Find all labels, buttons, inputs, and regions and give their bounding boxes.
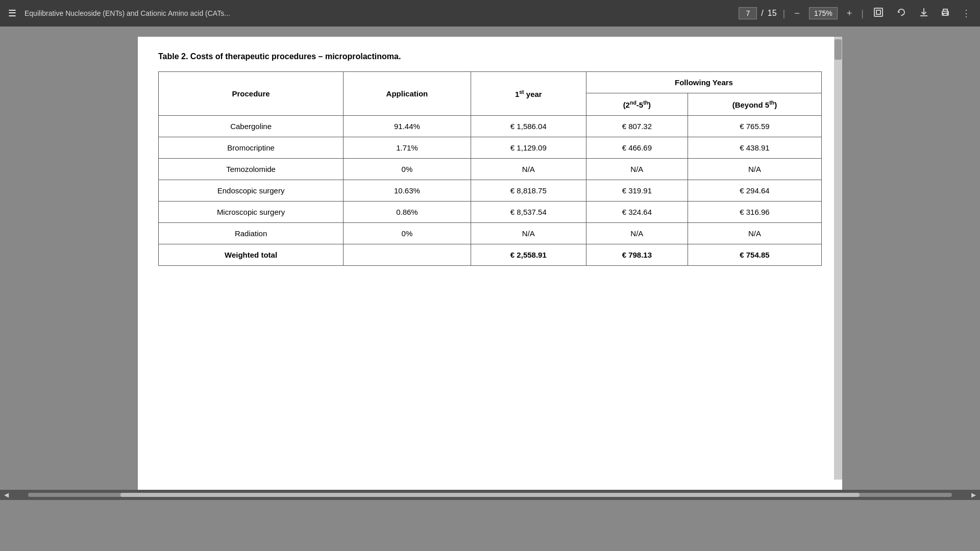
zoom-in-button[interactable]: + <box>844 6 855 21</box>
cell-first_year: € 1,129.09 <box>471 137 586 159</box>
separator-1: | <box>783 8 786 19</box>
cell-procedure: Endoscopic surgery <box>159 180 344 202</box>
table-title: Table 2. Costs of therapeutic procedures… <box>158 52 822 61</box>
cell-following_beyond: € 765.59 <box>688 116 821 137</box>
table-row: Endoscopic surgery10.63%€ 8,818.75€ 319.… <box>159 180 822 202</box>
scroll-right-arrow[interactable]: ▶ <box>967 491 980 498</box>
cell-procedure: Bromocriptine <box>159 137 344 159</box>
footer-beyond-5th: € 754.85 <box>688 244 821 266</box>
rotate-button[interactable] <box>893 5 910 22</box>
cell-following_beyond: N/A <box>688 223 821 244</box>
costs-table: Procedure Application 1st year Following… <box>158 71 822 266</box>
cell-following_2_5: € 807.32 <box>586 116 688 137</box>
cell-application: 0.86% <box>344 202 471 223</box>
print-button[interactable] <box>937 5 953 22</box>
cell-application: 0% <box>344 223 471 244</box>
cell-following_2_5: € 324.64 <box>586 202 688 223</box>
cell-application: 0% <box>344 159 471 180</box>
separator-2: | <box>861 8 864 19</box>
cell-following_beyond: N/A <box>688 159 821 180</box>
toolbar-right-actions: ⋮ <box>916 5 974 22</box>
page-controls: / 15 <box>739 7 776 19</box>
cell-procedure: Microscopic surgery <box>159 202 344 223</box>
cell-first_year: N/A <box>471 223 586 244</box>
hamburger-icon[interactable]: ☰ <box>6 6 18 21</box>
gray-background <box>0 500 980 551</box>
toolbar: ☰ Equilibrative Nucleoside (ENTs) and Ca… <box>0 0 980 27</box>
svg-point-5 <box>947 12 948 13</box>
page-separator: / <box>761 9 763 18</box>
zoom-out-button[interactable]: − <box>791 6 803 21</box>
cell-following_2_5: N/A <box>586 223 688 244</box>
scroll-track <box>28 493 952 497</box>
table-row: Temozolomide0%N/AN/AN/A <box>159 159 822 180</box>
cell-following_2_5: € 319.91 <box>586 180 688 202</box>
header-sub-beyond-5th: (Beyond 5th) <box>688 93 821 116</box>
table-row: Bromocriptine1.71%€ 1,129.09€ 466.69€ 43… <box>159 137 822 159</box>
vertical-scrollbar[interactable] <box>834 37 842 480</box>
cell-following_beyond: € 294.64 <box>688 180 821 202</box>
footer-label: Weighted total <box>159 244 344 266</box>
footer-first-year: € 2,558.91 <box>471 244 586 266</box>
header-first-year: 1st year <box>471 72 586 116</box>
page-content: Table 2. Costs of therapeutic procedures… <box>138 37 842 490</box>
svg-rect-4 <box>943 13 947 15</box>
cell-following_2_5: N/A <box>586 159 688 180</box>
table-row: Radiation0%N/AN/AN/A <box>159 223 822 244</box>
cell-procedure: Cabergoline <box>159 116 344 137</box>
cell-first_year: € 1,586.04 <box>471 116 586 137</box>
header-application: Application <box>344 72 471 116</box>
cell-following_beyond: € 316.96 <box>688 202 821 223</box>
cell-first_year: N/A <box>471 159 586 180</box>
scroll-left-arrow[interactable]: ◀ <box>0 491 13 498</box>
cell-procedure: Radiation <box>159 223 344 244</box>
scrollbar-thumb[interactable] <box>835 39 842 60</box>
cell-application: 1.71% <box>344 137 471 159</box>
footer-row: Weighted total € 2,558.91 € 798.13 € 754… <box>159 244 822 266</box>
page-total: 15 <box>768 9 777 18</box>
cell-procedure: Temozolomide <box>159 159 344 180</box>
footer-application <box>344 244 471 266</box>
cell-application: 91.44% <box>344 116 471 137</box>
footer-2nd-5th: € 798.13 <box>586 244 688 266</box>
table-row: Cabergoline91.44%€ 1,586.04€ 807.32€ 765… <box>159 116 822 137</box>
cell-first_year: € 8,818.75 <box>471 180 586 202</box>
more-options-button[interactable]: ⋮ <box>959 6 974 21</box>
scroll-thumb[interactable] <box>120 493 860 497</box>
fit-page-button[interactable] <box>870 5 887 22</box>
header-procedure: Procedure <box>159 72 344 116</box>
header-following-years: Following Years <box>586 72 821 93</box>
document-area: Table 2. Costs of therapeutic procedures… <box>0 27 980 551</box>
horizontal-scrollbar[interactable]: ◀ ▶ <box>0 490 980 500</box>
svg-rect-0 <box>874 8 883 16</box>
page-number-input[interactable] <box>739 7 757 19</box>
document-title: Equilibrative Nucleoside (ENTs) and Cati… <box>24 9 732 17</box>
cell-following_2_5: € 466.69 <box>586 137 688 159</box>
table-row: Microscopic surgery0.86%€ 8,537.54€ 324.… <box>159 202 822 223</box>
header-sub-2nd-5th: (2nd-5th) <box>586 93 688 116</box>
zoom-input[interactable] <box>809 7 838 19</box>
svg-rect-1 <box>876 10 880 14</box>
download-button[interactable] <box>916 5 932 22</box>
cell-first_year: € 8,537.54 <box>471 202 586 223</box>
cell-application: 10.63% <box>344 180 471 202</box>
cell-following_beyond: € 438.91 <box>688 137 821 159</box>
